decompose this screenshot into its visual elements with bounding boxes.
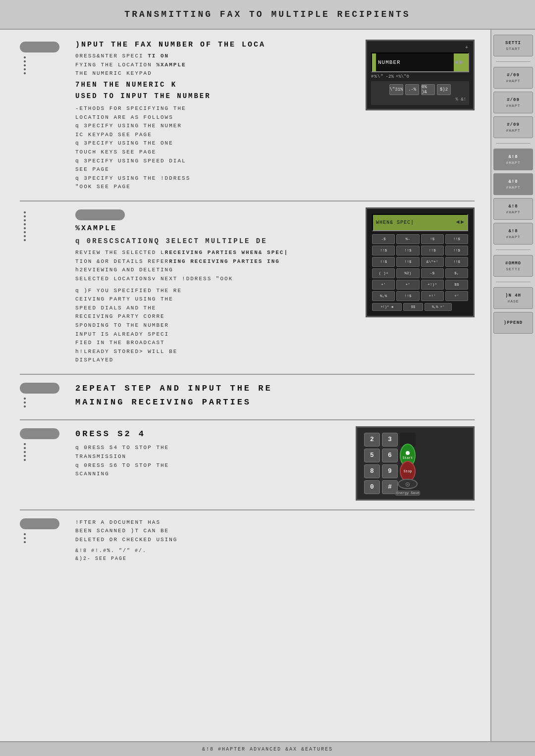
fax-left-arrow[interactable]: ◄ — [454, 58, 458, 66]
panel-screen-text: WHEN& SPEC| — [376, 220, 414, 225]
key-1[interactable]: \"31% — [389, 84, 403, 95]
numkey-0[interactable]: 0 — [364, 480, 380, 494]
pkey-23[interactable]: +!' — [421, 291, 444, 301]
pkey-15[interactable]: -$ — [421, 268, 444, 278]
numkey-2[interactable]: 2 — [364, 433, 380, 447]
sidebar-btn-ch4[interactable]: &!8 #HAPT — [493, 149, 533, 170]
step-1: )NPUT THE FAX NUMBER OF THE LOCA 0RESS&N… — [20, 40, 475, 192]
numkey-5[interactable]: 5 — [364, 449, 380, 462]
dot — [24, 235, 26, 237]
dot — [24, 72, 26, 74]
bottom-spacer — [20, 572, 475, 602]
start-btn-area: Start — [400, 449, 416, 462]
step-3-dots — [20, 396, 30, 407]
step-2-select: q 0RESCSCATIONQ 3ELECT MULTIPLE DE — [75, 236, 358, 247]
fax-arrows: ◄ ► — [454, 58, 464, 66]
pkey-20[interactable]: $$ — [445, 280, 468, 290]
sidebar-btn-settings[interactable]: SETTI START — [493, 35, 533, 56]
sidebar-btn-label: )PPEND — [504, 320, 523, 325]
panel-extra-3[interactable]: %,% +' — [425, 303, 452, 311]
panel-arrow-right[interactable]: ► — [461, 219, 464, 226]
panel-arrow-left[interactable]: ◄ — [456, 219, 460, 226]
step-4-dots — [20, 441, 30, 461]
step-1-b4: TOUCH KEYS SEE PAGE — [75, 148, 358, 157]
sidebar-btn-ch5[interactable]: &!8 #HAPT — [493, 173, 533, 195]
fax-right-arrow[interactable]: ► — [460, 58, 464, 66]
pkey-22[interactable]: !!$ — [396, 291, 419, 301]
pkey-14[interactable]: %2) — [396, 268, 419, 278]
numpad-grid: 2 3 5 6 Start 8 — [364, 433, 416, 494]
sidebar-btn-label: #/09 — [507, 122, 520, 127]
step-1-text-side: )NPUT THE FAX NUMBER OF THE LOCA 0RESS&N… — [75, 40, 358, 192]
key-4[interactable]: $)2 — [437, 84, 451, 95]
nav-dial[interactable]: ◎ — [398, 479, 418, 489]
sidebar-btn-ch1[interactable]: #/09 #HAPT — [493, 67, 533, 89]
step-1-b1: q 3PECIFY USING THE NUMER — [75, 122, 358, 131]
pkey-21[interactable]: %,% — [372, 291, 395, 301]
pkey-10[interactable]: !!$ — [396, 257, 419, 267]
sidebar-btn-sublabel: START — [506, 47, 520, 51]
numkey-8[interactable]: 8 — [364, 464, 380, 478]
step-4-indicator — [20, 428, 59, 439]
header: TRANSMITTING FAX TO MULTIPLE RECIPIENTS — [0, 0, 535, 30]
step-2-content: %XAMPLE q 0RESCSCATIONQ 3ELECT MULTIPLE … — [75, 207, 475, 365]
pkey-9[interactable]: !!$ — [372, 257, 395, 267]
sidebar-btn-sublabel: #HAPT — [506, 128, 520, 133]
numkey-9[interactable]: 9 — [382, 464, 398, 478]
pkey-19[interactable]: +!)* — [421, 280, 444, 290]
pkey-13[interactable]: ( )+ — [372, 268, 395, 278]
pkey-12[interactable]: !!$ — [445, 257, 468, 267]
numkey-3[interactable]: 3 — [382, 433, 398, 447]
pkey-17[interactable]: +' — [372, 280, 395, 290]
pkey-18[interactable]: +' — [396, 280, 419, 290]
pkey-3[interactable]: !$ — [421, 234, 444, 244]
sidebar-btn-ch2[interactable]: #/09 #HAPT — [493, 92, 533, 113]
panel-extra-2[interactable]: $$ — [403, 303, 423, 311]
step-1-subtext: 0RESS&NTER SPECI TI ON FYING THE LOCATIO… — [75, 52, 358, 192]
key-3[interactable]: 0% )& — [421, 84, 435, 95]
pkey-11[interactable]: &\"+' — [421, 257, 444, 267]
panel-keys: -$ %- !$ !!$ !!$ !!$ !!$ !!$ !!$ !!$ &\"… — [372, 234, 468, 301]
stop-btn-area: Stop — [400, 464, 416, 478]
pkey-5[interactable]: !!$ — [372, 246, 395, 255]
step-3-heading: 2EPEAT STEP AND INPUT THE RE — [75, 383, 475, 395]
step-2-h2: h2EVIEWING AND DELETING — [75, 266, 358, 275]
panel-display: WHEN& SPEC| ◄ ► -$ %- !$ !!$ !!$ — [366, 207, 475, 317]
sidebar-btn-ch3[interactable]: #/09 #HAPT — [493, 116, 533, 138]
panel-extra-keys: +!)* ◄ $$ %,% +' — [372, 303, 468, 311]
sidebar-btn-common[interactable]: #OMMO SETTI — [493, 255, 533, 277]
step-2-sel: SELECTED LOCATIONSv NEXT !DDRESS "OOK — [75, 275, 358, 284]
dot — [24, 541, 26, 543]
step-1-content: )NPUT THE FAX NUMBER OF THE LOCA 0RESS&N… — [75, 40, 475, 192]
keypad-row-1: \"31% .-% 0% )& $)2 — [374, 84, 466, 95]
sidebar-btn-base[interactable]: )N 4H #ASE — [493, 287, 533, 309]
step-5-body: !FTER A DOCUMENT HAS BEEN SCANNED )T CAN… — [75, 518, 475, 563]
step-2-if: q )F YOU SPECIFIED THE RE — [75, 287, 358, 296]
pkey-7[interactable]: !!$ — [421, 246, 444, 255]
step-1-location: LOCATION ARE AS FOLLOWS — [75, 113, 358, 122]
energy-save-button[interactable]: Energy Save — [395, 491, 420, 496]
sidebar-btn-ch7[interactable]: &!8 #HAPT — [493, 223, 533, 245]
pkey-6[interactable]: !!$ — [396, 246, 419, 255]
separator-1 — [20, 201, 475, 202]
main-content: )NPUT THE FAX NUMBER OF THE LOCA 0RESS&N… — [0, 30, 489, 756]
sidebar-btn-label: &!8 — [508, 204, 518, 209]
panel-extra-1[interactable]: +!)* ◄ — [372, 303, 402, 311]
step-2-text-side: %XAMPLE q 0RESCSCATIONQ 3ELECT MULTIPLE … — [75, 207, 358, 365]
pkey-4[interactable]: !!$ — [445, 234, 468, 244]
key-2[interactable]: .-% — [405, 84, 419, 95]
numkey-6[interactable]: 6 — [382, 449, 398, 462]
pkey-2[interactable]: %- — [396, 234, 419, 244]
panel-screen: WHEN& SPEC| ◄ ► — [372, 214, 468, 231]
sidebar-btn-ch6[interactable]: &!8 #HAPT — [493, 198, 533, 220]
pkey-1[interactable]: -$ — [372, 234, 395, 244]
pkey-16[interactable]: $, — [445, 268, 468, 278]
sidebar-btn-label: #/09 — [507, 73, 520, 78]
step-1-methods: -ETHODS FOR SPECIFYING THE — [75, 104, 358, 113]
sidebar-btn-append[interactable]: )PPEND — [493, 312, 533, 334]
header-title: TRANSMITTING FAX TO MULTIPLE RECIPIENTS — [124, 9, 410, 19]
pkey-8[interactable]: !!$ — [445, 246, 468, 255]
step-1-b7: q 3PECIFY USING THE !DDRESS — [75, 174, 358, 183]
pkey-24[interactable]: +' — [445, 291, 468, 301]
step-2-speed: SPEED DIALS AND THE — [75, 304, 358, 313]
